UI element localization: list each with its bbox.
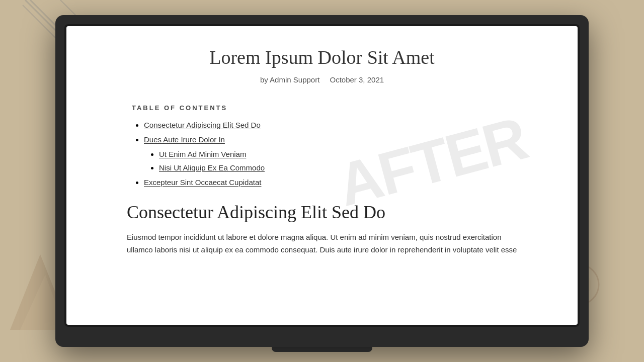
section-heading: Consectetur Adipiscing Elit Sed Do: [127, 202, 517, 223]
section-body: Eiusmod tempor incididunt ut labore et d…: [127, 231, 517, 256]
toc-link-3[interactable]: Excepteur Sint Occaecat Cupidatat: [144, 178, 261, 187]
toc-heading: TABLE OF CONTENTS: [132, 104, 517, 112]
toc-sublink-2b[interactable]: Nisi Ut Aliquip Ex Ea Commodo: [159, 163, 265, 172]
toc-list: Consectetur Adipiscing Elit Sed Do Dues …: [132, 121, 517, 187]
toc-item-3: Excepteur Sint Occaecat Cupidatat: [144, 178, 517, 187]
post-author: by Admin Support: [260, 75, 319, 84]
toc-link-1[interactable]: Consectetur Adipiscing Elit Sed Do: [144, 121, 261, 129]
toc-subitem-2a: Ut Enim Ad Minim Veniam: [159, 150, 517, 158]
post-date: October 3, 2021: [330, 75, 384, 84]
toc-link-2[interactable]: Dues Aute Irure Dolor In: [144, 135, 225, 144]
post-meta: by Admin Support October 3, 2021: [127, 75, 517, 84]
toc-item-2: Dues Aute Irure Dolor In Ut Enim Ad Mini…: [144, 135, 517, 172]
toc-subitem-2b: Nisi Ut Aliquip Ex Ea Commodo: [159, 163, 517, 172]
table-of-contents: TABLE OF CONTENTS Consectetur Adipiscing…: [127, 104, 517, 187]
toc-item-1: Consectetur Adipiscing Elit Sed Do: [144, 121, 517, 129]
page-title: Lorem Ipsum Dolor Sit Amet: [127, 46, 517, 69]
toc-sublink-2a[interactable]: Ut Enim Ad Minim Veniam: [159, 150, 246, 158]
section-1: Consectetur Adipiscing Elit Sed Do Eiusm…: [127, 202, 517, 256]
toc-sublist-2: Ut Enim Ad Minim Veniam Nisi Ut Aliquip …: [144, 150, 517, 172]
